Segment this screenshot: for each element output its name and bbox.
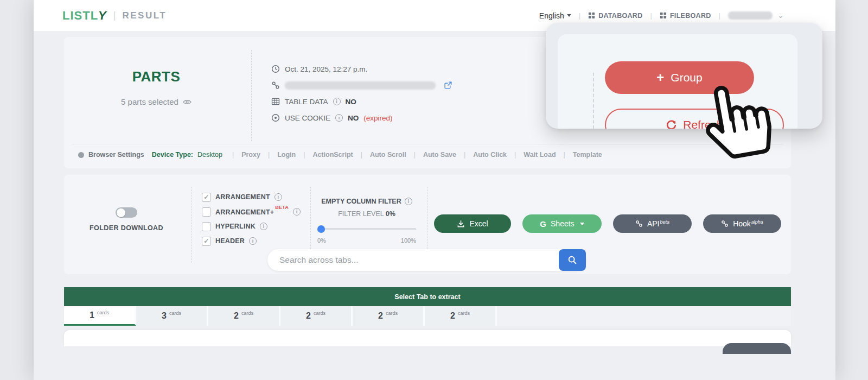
- tab-5[interactable]: 2cards: [353, 306, 425, 326]
- tab-row: 1cards 3cards 2cards 2cards 2cards 2card…: [64, 306, 791, 326]
- vertical-divider: [251, 50, 252, 141]
- info-row-table-data: TABLE DATA NO: [271, 93, 452, 110]
- info-icon[interactable]: [405, 198, 412, 205]
- language-label: English: [539, 11, 564, 20]
- use-cookie-label: USE COOKIE: [285, 114, 330, 122]
- api-export-button[interactable]: APIbeta: [613, 214, 692, 233]
- browser-option-auto-click[interactable]: Auto Click: [464, 151, 507, 159]
- info-icon[interactable]: [333, 98, 341, 105]
- source-url-redacted: [285, 81, 436, 90]
- cookie-expired-note: (expired): [363, 114, 392, 122]
- fileboard-label: FILEBOARD: [670, 12, 711, 20]
- partially-visible-button[interactable]: [723, 343, 791, 354]
- page-sheet: LISTLY | RESULT English | DATABOARD | FI…: [34, 0, 835, 380]
- top-nav: English | DATABOARD | FILEBOARD | ⌄: [539, 11, 783, 20]
- browser-option-wait-load[interactable]: Wait Load: [514, 151, 556, 159]
- info-icon[interactable]: [335, 114, 343, 122]
- target-icon: [271, 113, 280, 122]
- slider-track[interactable]: [317, 228, 416, 230]
- grid-icon: [588, 12, 595, 19]
- refresh-icon: [666, 119, 677, 129]
- info-icon[interactable]: [260, 223, 267, 230]
- google-sheets-export-button[interactable]: G Sheets: [522, 214, 602, 233]
- language-dropdown[interactable]: English: [539, 11, 571, 20]
- arrangement-plus-checkbox[interactable]: [202, 207, 211, 217]
- parts-summary: PARTS 5 parts selected: [64, 68, 248, 106]
- header-checkbox[interactable]: [202, 237, 211, 246]
- tab-1[interactable]: 1cards: [64, 306, 136, 326]
- page-title: RESULT: [122, 10, 167, 21]
- chevron-down-icon: [567, 14, 571, 17]
- checkbox-row-arrangement: ARRANGEMENT: [202, 192, 301, 202]
- use-cookie-value: NO: [348, 114, 359, 122]
- browser-option-proxy[interactable]: Proxy: [232, 151, 260, 159]
- info-row-use-cookie: USE COOKIE NO (expired): [271, 110, 452, 126]
- tab-2[interactable]: 3cards: [136, 306, 208, 326]
- action-popup: + Group Refresh: [546, 23, 822, 129]
- listly-result-page: LISTLY | RESULT English | DATABOARD | FI…: [0, 0, 868, 380]
- logo[interactable]: LISTLY | RESULT: [62, 9, 167, 23]
- device-type-label: Device Type:: [152, 151, 193, 159]
- hand-pointer-cursor: [696, 76, 778, 165]
- parts-title: PARTS: [64, 68, 248, 85]
- external-link-icon[interactable]: [444, 81, 452, 90]
- table-data-value: NO: [346, 98, 356, 106]
- google-g-icon: G: [540, 219, 546, 229]
- browser-option-auto-scroll[interactable]: Auto Scroll: [361, 151, 406, 159]
- info-icon[interactable]: [275, 193, 282, 201]
- browser-settings-label: Browser Settings: [88, 151, 144, 159]
- vertical-divider: [593, 73, 594, 129]
- search-button[interactable]: [559, 249, 586, 271]
- user-menu[interactable]: ⌄: [728, 11, 783, 20]
- slider-range-labels: 0% 100%: [317, 237, 416, 244]
- header-label: HEADER: [215, 237, 245, 245]
- slider-knob[interactable]: [317, 225, 325, 233]
- tab-3[interactable]: 2cards: [208, 306, 280, 326]
- folder-download-block: FOLDER DOWNLOAD: [80, 207, 173, 232]
- browser-option-login[interactable]: Login: [268, 151, 296, 159]
- info-icon[interactable]: [249, 237, 257, 245]
- search-input[interactable]: [267, 249, 555, 271]
- link-icon: [721, 220, 729, 227]
- nav-divider: |: [579, 11, 580, 20]
- plus-icon: +: [656, 71, 664, 84]
- api-label: APIbeta: [647, 219, 669, 228]
- table-icon: [271, 97, 280, 106]
- nav-databoard[interactable]: DATABOARD: [588, 12, 642, 20]
- info-row-url: [271, 77, 452, 93]
- excel-export-button[interactable]: Excel: [434, 214, 511, 233]
- filter-title: EMPTY COLUMN FILTER: [317, 198, 416, 205]
- slider-min-label: 0%: [317, 237, 326, 244]
- download-icon: [457, 220, 465, 228]
- group-label: Group: [671, 71, 702, 84]
- clock-icon: [271, 65, 280, 73]
- nav-divider: |: [719, 11, 720, 20]
- folder-download-label: FOLDER DOWNLOAD: [80, 224, 173, 232]
- link-icon: [635, 220, 643, 227]
- user-name-redacted: [728, 11, 773, 20]
- link-icon: [271, 81, 280, 90]
- search-icon: [567, 255, 577, 265]
- export-checkbox-list: ARRANGEMENT ARRANGEMENT+BETA HYPERLINK H…: [202, 192, 301, 246]
- tab-6[interactable]: 2cards: [425, 306, 497, 326]
- nav-fileboard[interactable]: FILEBOARD: [660, 12, 711, 20]
- export-buttons: Excel G Sheets APIbeta Hookalpha: [434, 214, 781, 233]
- info-icon[interactable]: [293, 208, 301, 216]
- browser-option-actionscript[interactable]: ActionScript: [303, 151, 353, 159]
- empty-column-filter-block: EMPTY COLUMN FILTER FILTER LEVEL 0% 0% 1…: [317, 198, 416, 244]
- hook-label: Hookalpha: [733, 219, 763, 228]
- select-tab-title: Select Tab to extract: [394, 293, 460, 301]
- slider-max-label: 100%: [401, 237, 416, 244]
- browser-option-template[interactable]: Template: [564, 151, 602, 159]
- eye-icon[interactable]: [183, 98, 192, 106]
- hook-export-button[interactable]: Hookalpha: [703, 214, 781, 233]
- browser-option-auto-save[interactable]: Auto Save: [414, 151, 456, 159]
- folder-download-toggle[interactable]: [116, 207, 137, 218]
- filter-level-value: 0%: [386, 210, 395, 218]
- hyperlink-checkbox[interactable]: [202, 222, 211, 231]
- filter-level-slider[interactable]: [317, 225, 416, 233]
- tab-4[interactable]: 2cards: [280, 306, 353, 326]
- search-bar: [267, 249, 586, 271]
- arrangement-checkbox[interactable]: [202, 193, 211, 202]
- horizontal-divider: [72, 144, 783, 144]
